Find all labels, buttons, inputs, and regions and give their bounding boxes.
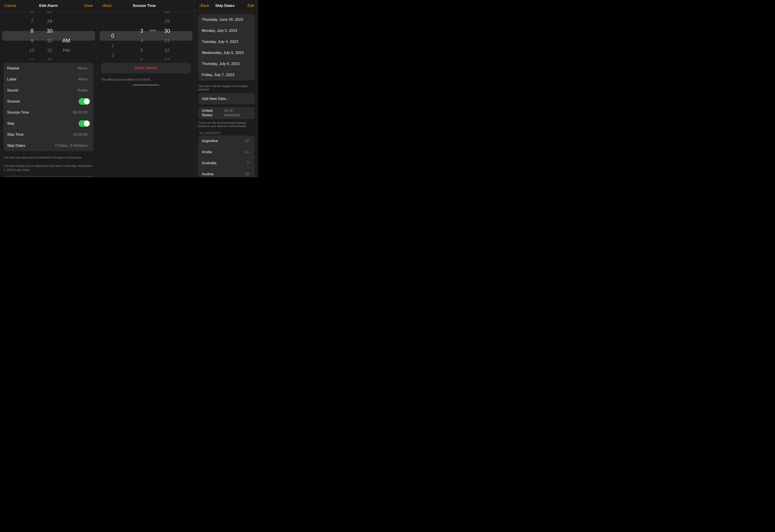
snooze-row[interactable]: Snooze bbox=[4, 96, 94, 107]
hour-item-7: 7 bbox=[23, 16, 41, 26]
time-picker-area[interactable]: 6 7 8 9 10 11 28 29 30 31 32 33 AM PM bbox=[0, 11, 97, 60]
min-item-31: 31 bbox=[41, 36, 59, 46]
hour-column[interactable]: 6 7 8 9 10 11 bbox=[23, 11, 41, 60]
skip-dates-chevron-icon: › bbox=[89, 144, 90, 147]
add-new-date-button[interactable]: Add New Date... › bbox=[198, 93, 255, 104]
reset-default-label: Reset Default bbox=[134, 66, 157, 70]
snooze-toggle[interactable] bbox=[78, 98, 90, 105]
min-item-30: 30 bbox=[41, 26, 59, 36]
ampm-am: AM bbox=[59, 36, 74, 46]
main-settings: Repeat Never › Label Alarm › Sound Radar bbox=[4, 63, 94, 151]
hour-item-6: 6 bbox=[23, 11, 41, 16]
country-row-argentina[interactable]: Argentina 17 › bbox=[198, 135, 255, 147]
snooze-m-spacer bbox=[135, 11, 148, 26]
hour-item-9: 9 bbox=[23, 36, 41, 46]
date-row-1[interactable]: Thursday, June 29, 2023 bbox=[198, 14, 255, 25]
snooze-time-row[interactable]: Snooze Time 00:03:30 › bbox=[4, 107, 94, 118]
minute-column[interactable]: 28 29 30 31 32 33 bbox=[41, 11, 59, 60]
skip-dates-back-button[interactable]: ‹ Back bbox=[199, 4, 209, 8]
repeat-row[interactable]: Repeat Never › bbox=[4, 63, 94, 74]
australia-meta: 7 › bbox=[247, 161, 251, 165]
hour-item-10: 10 bbox=[23, 46, 41, 55]
label-row[interactable]: Label Alarm › bbox=[4, 74, 94, 85]
skip-dates-row[interactable]: Skip Dates 6 Dates, 8 Holidays › bbox=[4, 140, 94, 151]
label-value: Alarm › bbox=[78, 77, 90, 82]
snooze-s-31: 31 bbox=[160, 36, 174, 46]
country-list: Argentina 17 › Aruba 11 › Australia bbox=[198, 135, 255, 177]
snooze-picker-area[interactable]: 0 1 2 hours 3 4 5 6 min bbox=[97, 11, 195, 60]
holidays-section: ALL HOLIDAYS Argentina 17 › Aruba 11 › bbox=[198, 130, 255, 177]
skip-date-note: The next skip date you've selected for t… bbox=[0, 154, 97, 160]
skip-toggle-thumb bbox=[84, 121, 90, 126]
snooze-time-chevron-icon: › bbox=[89, 111, 90, 114]
snooze-toggle-thumb bbox=[84, 99, 90, 104]
snooze-sec-col[interactable]: 28 29 30 31 32 33 bbox=[160, 11, 174, 60]
skip-dates-value: 6 Dates, 8 Holidays › bbox=[55, 143, 90, 148]
snooze-m-5: 5 bbox=[135, 46, 148, 55]
home-indicator-middle bbox=[133, 84, 159, 86]
snooze-time-title: Snooze Time bbox=[112, 4, 177, 8]
snooze-s-29: 29 bbox=[160, 16, 174, 26]
date-row-6[interactable]: Friday, July 7, 2023 bbox=[198, 69, 255, 80]
label-label: Label bbox=[7, 77, 16, 82]
edit-alarm-header: Cancel Edit Alarm Save bbox=[0, 0, 97, 11]
skip-dates-note: This alarm will be skipped on the dates … bbox=[195, 83, 259, 93]
snooze-m-4: 4 bbox=[135, 36, 148, 46]
skip-toggle[interactable] bbox=[78, 120, 90, 127]
cancel-button[interactable]: Cancel bbox=[4, 4, 18, 8]
ampm-spacer bbox=[59, 16, 74, 36]
aruba-chevron-icon: › bbox=[250, 150, 251, 154]
sound-label: Sound bbox=[7, 88, 18, 93]
hour-item-8: 8 bbox=[23, 26, 41, 36]
date-row-5[interactable]: Thursday, July 6, 2023 bbox=[198, 58, 255, 69]
min-item-33: 33 bbox=[41, 55, 59, 60]
argentina-chevron-icon: › bbox=[250, 139, 251, 143]
save-button[interactable]: Save bbox=[79, 4, 93, 8]
snooze-time-panel: ‹ Back Snooze Time 0 1 2 hours bbox=[97, 0, 195, 177]
label-chevron-icon: › bbox=[89, 78, 90, 81]
ampm-pm: PM bbox=[59, 46, 74, 55]
sound-row[interactable]: Sound Radar › bbox=[4, 85, 94, 96]
australia-label: Australia bbox=[202, 161, 217, 165]
snooze-hour-col[interactable]: 0 1 2 bbox=[106, 11, 119, 60]
date-row-4[interactable]: Wednesday, July 5, 2023 bbox=[198, 47, 255, 58]
skip-row[interactable]: Skip bbox=[4, 118, 94, 129]
date-row-2[interactable]: Monday, July 3, 2023 bbox=[198, 25, 255, 36]
all-holidays-header: ALL HOLIDAYS bbox=[198, 130, 255, 135]
snooze-back-button[interactable]: ‹ Back bbox=[102, 4, 112, 8]
us-holiday-note: These are the recommended holidays based… bbox=[195, 120, 259, 130]
skip-dates-title: Skip Dates bbox=[209, 4, 241, 8]
austria-meta: 13 › bbox=[245, 172, 251, 176]
hour-item-11: 11 bbox=[23, 55, 41, 60]
australia-chevron-icon: › bbox=[250, 161, 251, 165]
edit-button[interactable]: Edit bbox=[241, 4, 254, 8]
snooze-s-33: 33 bbox=[160, 55, 174, 60]
skip-time-row[interactable]: Skip Time 01:00:00 › bbox=[4, 129, 94, 140]
country-row-australia[interactable]: Australia 7 › bbox=[198, 158, 255, 169]
date-row-3[interactable]: Tuesday, July 4, 2023 bbox=[198, 36, 255, 47]
snooze-time-header: ‹ Back Snooze Time bbox=[97, 0, 195, 11]
min-item-28: 28 bbox=[41, 11, 59, 16]
snooze-min-col[interactable]: 3 4 5 6 bbox=[135, 11, 148, 60]
snooze-s-28: 28 bbox=[160, 11, 174, 16]
reset-default-button[interactable]: Reset Default bbox=[101, 63, 191, 73]
country-row-austria[interactable]: Austria 13 › bbox=[198, 169, 255, 177]
snooze-m-3: 3 bbox=[135, 26, 148, 36]
united-states-meta: 14 (8 Selected) › bbox=[224, 109, 251, 117]
snooze-time-label: Snooze Time bbox=[7, 110, 29, 115]
auto-set-row[interactable]: Auto-Set Off › bbox=[4, 176, 94, 177]
repeat-value: Never › bbox=[78, 66, 90, 71]
united-states-row[interactable]: United States 14 (8 Selected) › bbox=[198, 107, 255, 119]
us-chevron-icon: › bbox=[250, 111, 251, 115]
min-item-32: 32 bbox=[41, 46, 59, 55]
sound-chevron-icon: › bbox=[89, 89, 90, 92]
edit-alarm-title: Edit Alarm bbox=[18, 4, 79, 8]
snooze-h-0: 0 bbox=[106, 31, 119, 41]
country-row-aruba[interactable]: Aruba 11 › bbox=[198, 147, 255, 158]
sound-value: Radar › bbox=[77, 88, 90, 93]
snooze-h-spacer bbox=[106, 11, 119, 31]
united-states-label: United States bbox=[202, 109, 224, 117]
add-new-date-label: Add New Date... bbox=[202, 97, 229, 101]
ampm-column[interactable]: AM PM bbox=[59, 16, 74, 55]
snooze-label: Snooze bbox=[7, 99, 20, 104]
